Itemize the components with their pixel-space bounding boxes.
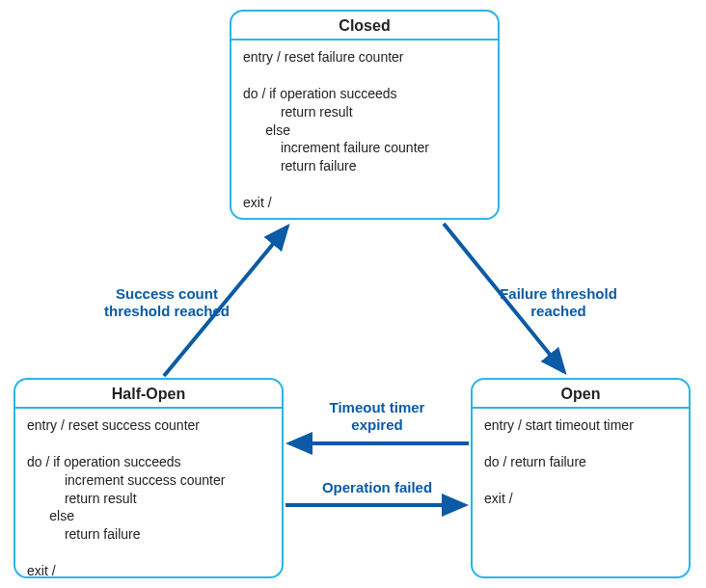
state-open-body: entry / start timeout timer do / return … bbox=[473, 409, 689, 517]
transition-failure-threshold-label: Failure threshold reached bbox=[476, 285, 640, 320]
state-open: Open entry / start timeout timer do / re… bbox=[471, 378, 691, 578]
state-halfopen-body: entry / reset success counter do / if op… bbox=[15, 409, 282, 588]
state-halfopen: Half-Open entry / reset success counter … bbox=[14, 378, 284, 578]
state-closed: Closed entry / reset failure counter do … bbox=[230, 10, 500, 220]
state-halfopen-title: Half-Open bbox=[15, 380, 282, 407]
state-closed-body: entry / reset failure counter do / if op… bbox=[231, 40, 498, 222]
transition-success-threshold-label: Success count threshold reached bbox=[85, 285, 249, 320]
state-closed-title: Closed bbox=[231, 12, 498, 39]
transition-operation-failed-label: Operation failed bbox=[305, 479, 449, 496]
transition-timeout-expired-label: Timeout timer expired bbox=[305, 399, 449, 434]
state-open-title: Open bbox=[473, 380, 689, 407]
